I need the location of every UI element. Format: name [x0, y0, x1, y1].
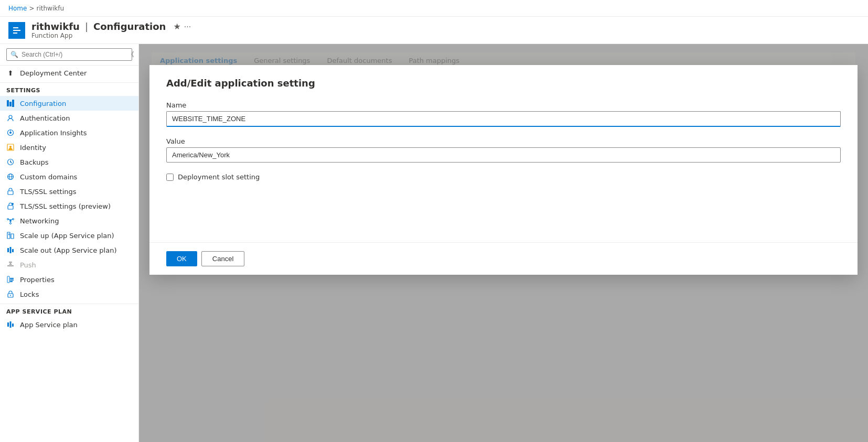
app-header: rithwikfu | Configuration ★ ··· Function… [0, 17, 868, 44]
breadcrumb-current: rithwikfu [37, 5, 65, 12]
app-icon [8, 22, 25, 39]
modal-title: Add/Edit application setting [166, 78, 841, 89]
deployment-slot-label: Deployment slot setting [178, 173, 260, 181]
deployment-slot-row: Deployment slot setting [166, 173, 841, 181]
sidebar-item-scale-up[interactable]: Scale up (App Service plan) [0, 228, 138, 243]
sidebar-item-identity[interactable]: Identity [0, 140, 138, 155]
svg-rect-35 [10, 281, 13, 282]
svg-rect-38 [7, 322, 9, 327]
svg-point-8 [9, 146, 12, 148]
sidebar-item-tls-ssl[interactable]: TLS/SSL settings [0, 184, 138, 199]
cancel-button[interactable]: Cancel [201, 251, 244, 266]
sidebar-item-application-insights[interactable]: Application Insights [0, 125, 138, 140]
sidebar-item-app-service-plan[interactable]: App Service plan [0, 317, 138, 332]
sidebar-item-custom-domains-label: Custom domains [20, 173, 77, 181]
section-settings: Settings [0, 82, 138, 96]
search-bar: 🔍 《 [0, 44, 138, 66]
collapse-sidebar-button[interactable]: 《 [127, 50, 134, 59]
svg-point-3 [9, 115, 12, 118]
sidebar-item-tls-ssl-preview-label: TLS/SSL settings (preview) [20, 202, 111, 210]
networking-icon [6, 217, 15, 225]
app-name: rithwikfu [31, 21, 80, 32]
breadcrumb-home[interactable]: Home [8, 5, 27, 12]
sidebar-item-networking[interactable]: Networking [0, 213, 138, 228]
sidebar-item-locks[interactable]: Locks [0, 287, 138, 301]
sidebar-item-authentication[interactable]: Authentication [0, 111, 138, 125]
modal-overlay: Add/Edit application setting Name Value … [139, 44, 868, 442]
push-icon [6, 261, 15, 269]
breadcrumb-sep: > [29, 5, 34, 12]
svg-rect-0 [7, 100, 9, 106]
svg-point-5 [9, 132, 12, 134]
add-edit-modal: Add/Edit application setting Name Value … [149, 65, 858, 275]
svg-point-16 [9, 220, 12, 222]
sidebar-item-custom-domains[interactable]: Custom domains [0, 169, 138, 184]
sidebar-item-scale-up-label: Scale up (App Service plan) [20, 232, 114, 240]
sidebar-item-configuration-label: Configuration [20, 100, 66, 107]
value-label: Value [166, 137, 841, 145]
sidebar-item-scale-out-label: Scale out (App Service plan) [20, 246, 116, 254]
svg-marker-31 [9, 263, 12, 265]
sidebar-item-deployment-center[interactable]: ⬆ Deployment Center [0, 66, 138, 80]
svg-rect-33 [10, 278, 14, 279]
locks-icon [6, 290, 15, 298]
sidebar-item-backups[interactable]: Backups [0, 155, 138, 169]
sidebar-item-app-service-plan-label: App Service plan [20, 321, 78, 329]
svg-rect-30 [9, 262, 12, 263]
breadcrumb-bar: Home > rithwikfu [0, 0, 868, 17]
svg-rect-27 [10, 247, 12, 253]
custom-domains-icon [6, 173, 15, 181]
svg-point-19 [10, 223, 12, 224]
page-title: Configuration [93, 21, 166, 32]
svg-rect-28 [12, 249, 14, 252]
ok-button[interactable]: OK [166, 251, 197, 266]
favorite-icon[interactable]: ★ [173, 21, 180, 31]
sidebar-item-networking-label: Networking [20, 217, 59, 225]
svg-rect-39 [10, 321, 12, 328]
sidebar-item-properties[interactable]: Properties [0, 272, 138, 287]
value-field-group: Value [166, 137, 841, 163]
svg-point-15 [12, 203, 14, 205]
identity-icon [6, 143, 15, 152]
search-input[interactable] [6, 48, 132, 61]
sidebar-item-identity-label: Identity [20, 144, 46, 152]
backups-icon [6, 158, 15, 166]
svg-rect-34 [10, 279, 14, 281]
section-app-service-plan: App Service plan [0, 304, 138, 317]
sidebar-content: ⬆ Deployment Center Settings Configurati… [0, 66, 138, 442]
svg-rect-2 [12, 100, 14, 107]
configuration-icon [6, 99, 15, 107]
scale-up-icon [6, 231, 15, 240]
value-input[interactable] [166, 147, 841, 163]
properties-icon [6, 275, 15, 284]
svg-point-37 [10, 295, 11, 296]
sidebar: 🔍 《 ⬆ Deployment Center Settings Configu… [0, 44, 139, 442]
scale-out-icon [6, 246, 15, 254]
svg-rect-1 [9, 102, 12, 106]
sidebar-item-scale-out[interactable]: Scale out (App Service plan) [0, 243, 138, 257]
svg-rect-24 [11, 234, 14, 239]
authentication-icon [6, 114, 15, 122]
app-subtitle: Function App [31, 32, 191, 39]
sidebar-item-properties-label: Properties [20, 276, 55, 284]
sidebar-item-application-insights-label: Application Insights [20, 129, 87, 137]
sidebar-item-tls-ssl-preview[interactable]: TLS/SSL settings (preview) [0, 199, 138, 213]
sidebar-item-push-label: Push [20, 261, 36, 269]
svg-rect-32 [7, 276, 9, 283]
modal-body: Add/Edit application setting Name Value … [149, 65, 858, 242]
svg-rect-13 [8, 191, 13, 195]
name-input[interactable] [166, 111, 841, 127]
name-field-group: Name [166, 101, 841, 127]
sidebar-item-authentication-label: Authentication [20, 114, 70, 122]
sidebar-item-label: Deployment Center [20, 69, 87, 77]
breadcrumb: Home > rithwikfu [8, 5, 64, 12]
application-insights-icon [6, 128, 15, 137]
svg-rect-23 [7, 232, 10, 239]
tls-ssl-icon [6, 187, 15, 196]
deployment-slot-checkbox[interactable] [166, 174, 174, 181]
sidebar-item-configuration[interactable]: Configuration [0, 96, 138, 111]
app-title-group: rithwikfu | Configuration ★ ··· Function… [31, 21, 191, 39]
app-service-plan-icon [6, 320, 15, 329]
more-options-icon[interactable]: ··· [184, 23, 191, 31]
svg-rect-14 [8, 206, 13, 209]
